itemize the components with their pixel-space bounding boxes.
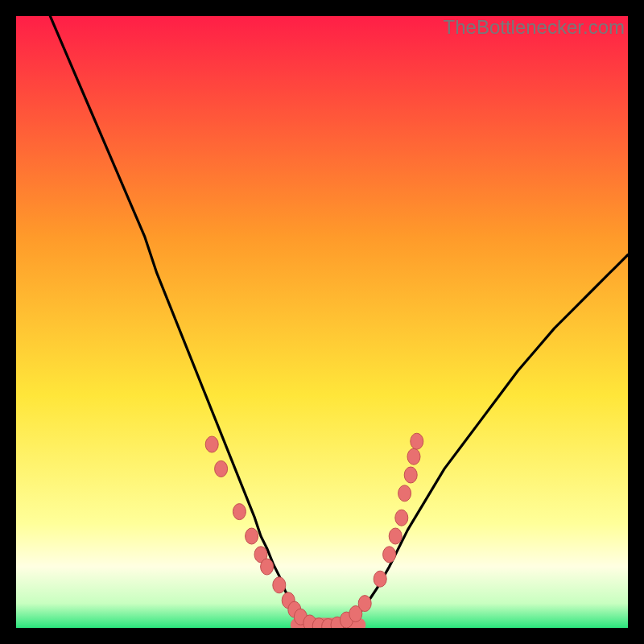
curve-marker: [404, 467, 417, 483]
curve-marker: [395, 510, 408, 526]
curve-marker: [246, 528, 258, 544]
chart-stage: TheBottlenecker.com: [16, 16, 628, 628]
curve-marker: [398, 485, 411, 502]
curve-marker: [411, 433, 423, 449]
curve-marker: [407, 448, 420, 464]
curve-marker: [215, 460, 228, 477]
curve-marker: [374, 571, 386, 587]
plot-svg: [16, 16, 628, 628]
curve-marker: [205, 436, 218, 452]
gradient-background: [16, 16, 628, 628]
curve-marker: [273, 577, 286, 593]
source-watermark: TheBottlenecker.com: [444, 16, 625, 39]
curve-marker: [233, 504, 246, 520]
curve-marker: [383, 547, 396, 563]
curve-marker: [358, 596, 371, 612]
curve-marker: [389, 528, 402, 544]
curve-marker: [261, 559, 274, 575]
